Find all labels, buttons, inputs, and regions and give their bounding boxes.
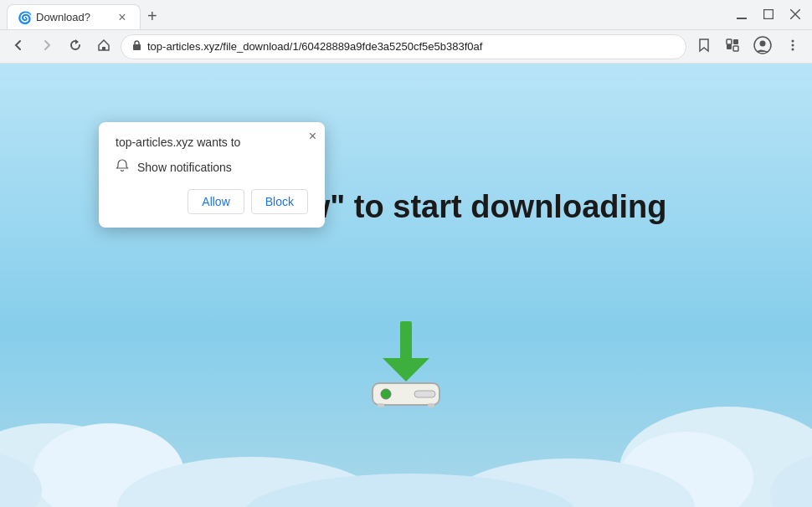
tab-strip: 🌀 Download? × + (7, 0, 161, 29)
tab-favicon: 🌀 (18, 11, 31, 24)
svg-point-12 (760, 40, 766, 46)
svg-rect-9 (733, 46, 738, 51)
menu-icon[interactable] (780, 36, 805, 58)
tab-close-btn[interactable]: × (115, 10, 130, 25)
title-bar: 🌀 Download? × + (0, 0, 812, 30)
svg-rect-1 (764, 10, 773, 19)
popup-notification-row: Show notifications (116, 159, 308, 176)
svg-rect-34 (428, 403, 434, 407)
address-bar: top-articles.xyz/file_download/1/6042888… (0, 30, 812, 64)
minimize-btn[interactable] (732, 3, 752, 27)
maximize-btn[interactable] (758, 3, 779, 27)
tab-label: Download? (36, 11, 110, 23)
address-input-wrap[interactable]: top-articles.xyz/file_download/1/6042888… (121, 34, 686, 59)
notification-popup: × top-articles.xyz wants to Show notific… (99, 122, 325, 228)
svg-rect-5 (102, 47, 105, 50)
svg-rect-32 (414, 391, 435, 397)
address-text: top-articles.xyz/file_download/1/6042888… (147, 40, 676, 53)
svg-marker-29 (383, 358, 429, 382)
allow-button[interactable]: Allow (188, 189, 244, 214)
svg-rect-6 (133, 44, 141, 50)
new-tab-btn[interactable]: + (144, 3, 161, 29)
home-btn[interactable] (92, 35, 116, 59)
popup-notification-text: Show notifications (137, 161, 232, 174)
close-btn[interactable] (785, 3, 805, 27)
bell-icon (116, 159, 129, 176)
window-controls (732, 3, 805, 27)
browser-tab[interactable]: 🌀 Download? × (7, 4, 141, 29)
svg-point-14 (792, 44, 794, 46)
svg-rect-7 (727, 44, 732, 49)
svg-rect-31 (381, 389, 391, 399)
page-content: Click "Allow" to start downloading × top… (0, 64, 812, 507)
popup-title: top-articles.xyz wants to (116, 136, 308, 149)
popup-close-btn[interactable]: × (309, 129, 316, 144)
toolbar-icons (691, 33, 805, 61)
svg-point-15 (792, 48, 794, 50)
svg-rect-33 (378, 403, 384, 407)
back-btn[interactable] (7, 35, 30, 59)
block-button[interactable]: Block (251, 189, 308, 214)
lock-icon (131, 39, 142, 54)
svg-rect-0 (737, 18, 747, 19)
svg-point-13 (792, 39, 794, 42)
bookmark-icon[interactable] (691, 34, 717, 59)
svg-marker-4 (75, 39, 79, 44)
popup-buttons: Allow Block (116, 189, 308, 214)
svg-rect-10 (727, 39, 732, 44)
forward-btn[interactable] (35, 35, 59, 59)
profile-icon[interactable] (748, 33, 777, 61)
extensions-icon[interactable] (720, 34, 745, 59)
svg-rect-8 (733, 39, 738, 44)
reload-btn[interactable] (64, 35, 87, 59)
download-illustration (356, 315, 456, 415)
